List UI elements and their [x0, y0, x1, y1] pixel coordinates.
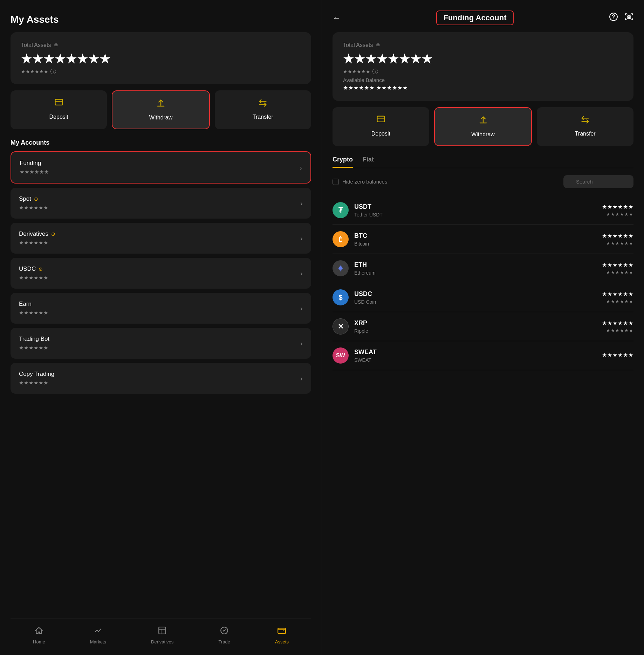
left-eye-icon[interactable]: 👁: [54, 42, 59, 48]
search-input[interactable]: [563, 175, 633, 188]
right-transfer-button[interactable]: Transfer: [537, 107, 633, 146]
crypto-item-usdt[interactable]: ₮ USDT Tether USDT ★★★★★★ ★★★★★★: [333, 196, 633, 225]
account-item-funding[interactable]: Funding ★★★★★★ ›: [11, 151, 311, 184]
btc-amount: ★★★★★★: [602, 233, 633, 239]
nav-home[interactable]: Home: [33, 626, 45, 644]
withdraw-icon: [156, 99, 166, 111]
sweat-symbol: SWEAT: [354, 349, 377, 356]
available-balance-label: Available Balance: [343, 77, 623, 83]
eth-name: Ethereum: [354, 270, 376, 276]
usdc-badge: ⊙: [39, 266, 43, 272]
right-assets-stars: ★★★★★★★★: [343, 52, 623, 66]
left-deposit-button[interactable]: Deposit: [11, 90, 107, 129]
svg-point-8: [613, 19, 614, 19]
nav-markets[interactable]: Markets: [90, 626, 106, 644]
earn-stars: ★★★★★★: [19, 310, 48, 316]
funding-name: Funding: [20, 160, 49, 167]
funding-stars: ★★★★★★: [20, 169, 49, 175]
my-accounts-title: My Accounts: [11, 139, 311, 146]
home-icon: [34, 626, 43, 637]
crypto-item-xrp[interactable]: ✕ XRP Ripple ★★★★★★ ★★★★★★: [333, 312, 633, 341]
copy-trading-stars: ★★★★★★: [19, 380, 54, 386]
xrp-logo: ✕: [333, 318, 349, 335]
tab-crypto[interactable]: Crypto: [333, 156, 353, 168]
bottom-nav: Home Markets Derivatives: [11, 619, 311, 648]
hide-zero-checkbox[interactable]: [333, 179, 339, 185]
nav-assets[interactable]: Assets: [275, 626, 289, 644]
crypto-list: ₮ USDT Tether USDT ★★★★★★ ★★★★★★ ₿ BTC B…: [333, 196, 633, 370]
back-button[interactable]: ←: [333, 13, 341, 23]
btc-logo: ₿: [333, 231, 349, 247]
left-transfer-button[interactable]: Transfer: [215, 90, 311, 129]
account-item-spot[interactable]: Spot ⊙ ★★★★★★ ›: [11, 188, 311, 219]
left-total-assets-label: Total Assets 👁: [21, 42, 301, 48]
right-deposit-label: Deposit: [371, 131, 390, 137]
funding-arrow: ›: [300, 164, 302, 172]
right-eye-icon[interactable]: 👁: [376, 42, 381, 48]
sweat-name: SWEAT: [354, 357, 377, 363]
crypto-item-sweat[interactable]: SW SWEAT SWEAT ★★★★★★: [333, 341, 633, 370]
svg-rect-12: [629, 17, 631, 19]
account-item-earn[interactable]: Earn ★★★★★★ ›: [11, 293, 311, 324]
transfer-icon: [258, 98, 268, 110]
funding-account-title: Funding Account: [436, 11, 513, 25]
derivatives-icon: [158, 626, 167, 637]
account-item-trading-bot[interactable]: Trading Bot ★★★★★★ ›: [11, 328, 311, 359]
copy-trading-arrow: ›: [300, 374, 303, 382]
svg-rect-11: [627, 17, 629, 19]
svg-rect-10: [629, 15, 631, 16]
right-transfer-icon: [580, 115, 590, 127]
assets-icon: [277, 626, 286, 637]
left-assets-stars: ★★★★★★★★: [21, 52, 301, 66]
crypto-item-btc[interactable]: ₿ BTC Bitcoin ★★★★★★ ★★★★★★: [333, 225, 633, 254]
eth-symbol: ETH: [354, 261, 376, 269]
nav-home-label: Home: [33, 639, 45, 644]
right-withdraw-button[interactable]: Withdraw: [434, 107, 532, 146]
usdt-logo: ₮: [333, 202, 349, 218]
usdt-symbol: USDT: [354, 203, 383, 211]
usdc-logo: $: [333, 289, 349, 305]
nav-derivatives[interactable]: Derivatives: [151, 626, 173, 644]
account-item-derivatives[interactable]: Derivatives ⊙ ★★★★★★ ›: [11, 223, 311, 254]
trading-bot-stars: ★★★★★★: [19, 345, 49, 351]
scan-button[interactable]: [624, 12, 633, 23]
right-header: ← Funding Account: [333, 7, 633, 25]
right-deposit-button[interactable]: Deposit: [333, 107, 429, 146]
right-total-assets-label: Total Assets 👁: [343, 42, 623, 48]
btc-sub: ★★★★★★: [606, 241, 633, 246]
account-item-copy-trading[interactable]: Copy Trading ★★★★★★ ›: [11, 363, 311, 394]
markets-icon: [94, 626, 103, 637]
left-action-buttons: Deposit Withdraw Transfer: [11, 90, 311, 129]
left-info-icon[interactable]: i: [50, 69, 56, 74]
tab-fiat[interactable]: Fiat: [363, 156, 374, 168]
nav-markets-label: Markets: [90, 639, 106, 644]
earn-name: Earn: [19, 301, 48, 308]
crypto-item-usdc[interactable]: $ USDC USD Coin ★★★★★★ ★★★★★★: [333, 283, 633, 312]
left-panel: My Assets Total Assets 👁 ★★★★★★★★ ★★★★★★…: [0, 0, 322, 655]
eth-sub: ★★★★★★: [606, 270, 633, 275]
btc-symbol: BTC: [354, 232, 369, 240]
eth-amount: ★★★★★★: [602, 262, 633, 268]
spot-badge: ⊙: [34, 196, 38, 202]
trading-bot-arrow: ›: [300, 339, 303, 347]
nav-derivatives-label: Derivatives: [151, 639, 173, 644]
hide-zero-row: Hide zero balances: [333, 179, 387, 185]
left-assets-sub: ★★★★★★ i: [21, 69, 301, 74]
nav-trade[interactable]: Trade: [218, 626, 230, 644]
derivatives-badge: ⊙: [51, 231, 55, 237]
left-withdraw-label: Withdraw: [149, 115, 173, 121]
right-action-buttons: Deposit Withdraw Transfer: [333, 107, 633, 146]
right-deposit-icon: [376, 115, 386, 127]
right-panel: ← Funding Account: [322, 0, 644, 655]
deposit-icon: [54, 98, 64, 110]
right-withdraw-icon: [478, 116, 488, 128]
crypto-item-eth[interactable]: ETH Ethereum ★★★★★★ ★★★★★★: [333, 254, 633, 283]
help-button[interactable]: [609, 12, 618, 23]
eth-logo: [333, 260, 349, 276]
left-withdraw-button[interactable]: Withdraw: [112, 90, 210, 129]
header-icons: [609, 12, 633, 23]
right-info-icon[interactable]: i: [372, 69, 378, 74]
account-item-usdc[interactable]: USDC ⊙ ★★★★★★ ›: [11, 258, 311, 289]
usdc-stars: ★★★★★★: [19, 275, 48, 281]
usdc-name-right: USD Coin: [354, 299, 376, 305]
